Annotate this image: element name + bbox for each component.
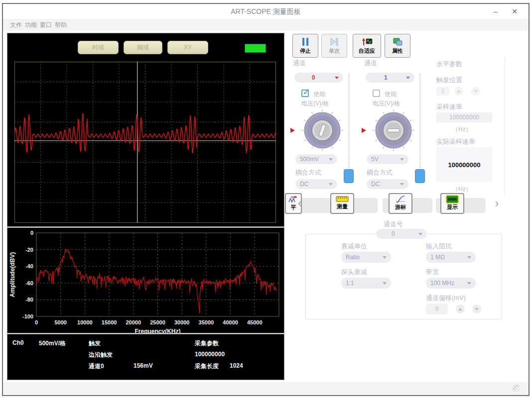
stop-label: 停止 — [300, 47, 311, 55]
menu-function[interactable]: 功能 — [25, 21, 37, 29]
impedance-select[interactable]: 1 MΩ — [426, 252, 476, 263]
channel0-knob-pointer-icon — [290, 128, 295, 133]
tab-measure-label: 测量 — [337, 203, 348, 210]
properties-button[interactable]: 属性 — [385, 34, 410, 58]
channel1-select[interactable]: 1 — [366, 73, 414, 83]
tab-cursor[interactable]: 游标 — [389, 193, 412, 214]
svg-text:Frequency(KHz): Frequency(KHz) — [134, 328, 180, 333]
actual-rate-value: 100000000 — [436, 147, 492, 182]
trigger-position-label: 触发位置 — [436, 76, 462, 85]
channel-no-label: 通道号 — [384, 220, 403, 229]
impedance-value: 1 MΩ — [430, 254, 467, 261]
trigger-position-input[interactable]: 1 — [436, 87, 449, 96]
resize-grip-icon[interactable] — [513, 385, 520, 392]
svg-text:0: 0 — [35, 319, 38, 325]
pause-icon — [300, 37, 311, 47]
close-button[interactable]: ✕ — [508, 6, 521, 17]
channel0-range-select[interactable]: 500mV — [295, 154, 337, 164]
tab-measure[interactable]: 测量 — [330, 193, 354, 214]
channel1-vdiv-label: 电压(V)/格 — [373, 100, 400, 108]
menu-window[interactable]: 窗口 — [40, 21, 52, 29]
channel0-coupling-value: DC — [300, 181, 329, 188]
bandwidth-select[interactable]: 100 MHz — [426, 278, 476, 289]
channel-offset-down-button[interactable] — [472, 304, 481, 313]
arrow-up-icon — [457, 90, 461, 93]
svg-text:40000: 40000 — [223, 319, 238, 325]
channel0-vdiv-knob[interactable] — [300, 108, 344, 152]
atten-unit-value: Ratio — [346, 254, 383, 261]
channel0-select[interactable]: 0 — [294, 73, 343, 83]
chevron-down-icon — [467, 256, 471, 259]
window-status-strip — [3, 382, 529, 395]
channel0-offset-slider[interactable] — [344, 169, 354, 183]
status-trigger-source: 通道0 — [89, 362, 104, 371]
channel1-enable-checkbox[interactable] — [373, 90, 380, 97]
channel0-vdiv-label: 电压(V)/格 — [301, 100, 329, 108]
tab-display[interactable]: 显示 — [440, 193, 464, 214]
mode-button-xy[interactable]: XY — [167, 41, 208, 54]
channel0-offset-slider-track — [348, 74, 350, 170]
sample-rate-input[interactable]: 100000000 — [436, 112, 492, 122]
minimize-button[interactable]: – — [489, 6, 502, 17]
properties-icon — [392, 37, 403, 47]
status-readout-panel: Ch0 500mV/格 触发 边沿触发 通道0 156mV 采集参数 10000… — [7, 334, 284, 380]
channel-no-value: 0 — [381, 230, 418, 237]
svg-text:-100: -100 — [22, 313, 33, 319]
single-label: 单次 — [329, 47, 340, 55]
chevron-down-icon — [335, 77, 339, 79]
mode-button-time-domain[interactable]: 时域 — [78, 41, 119, 54]
tabs-scroll-right-icon[interactable]: › — [495, 199, 499, 208]
status-channel: Ch0 — [12, 339, 24, 346]
channel-offset-input[interactable]: 0 — [426, 303, 448, 314]
channel-no-select[interactable]: 0 — [376, 229, 427, 239]
waveform-chart — [14, 62, 276, 223]
channel0-range-value: 500mV — [300, 156, 329, 163]
trigger-position-down-button[interactable] — [471, 87, 480, 96]
channel1-range-select[interactable]: 5V — [367, 154, 408, 164]
svg-text:15000: 15000 — [102, 319, 117, 325]
probe-atten-select[interactable]: 1:1 — [341, 278, 391, 289]
tabs-scroll-left-icon[interactable]: ‹ — [298, 199, 301, 208]
tab-cursor-label: 游标 — [395, 203, 406, 211]
svg-text:35000: 35000 — [199, 319, 214, 325]
chevron-down-icon — [400, 158, 404, 161]
run-indicator — [245, 44, 266, 53]
auto-adapt-button[interactable]: 自适应 — [353, 34, 381, 58]
channel1-offset-slider-track — [419, 74, 421, 170]
channel0-card: 0 使能 电压(V)/格 500mV — [290, 66, 354, 193]
channel0-enable-checkbox[interactable] — [301, 90, 309, 97]
menu-bar: 文件 功能 窗口 帮助 — [3, 19, 529, 31]
trigger-position-up-button[interactable] — [454, 87, 463, 96]
channel1-vdiv-knob[interactable] — [372, 108, 415, 152]
probe-atten-label: 探头衰减 — [341, 268, 367, 277]
channel0-coupling-label: 耦合方式 — [295, 168, 321, 177]
channel1-coupling-select[interactable]: DC — [367, 179, 408, 189]
stop-button[interactable]: 停止 — [292, 34, 318, 58]
svg-text:Amplitude(dBV): Amplitude(dBV) — [9, 252, 16, 298]
bandwidth-value: 100 MHz — [430, 280, 467, 287]
channel-offset-up-button[interactable] — [456, 304, 465, 313]
channel1-offset-slider[interactable] — [415, 169, 425, 183]
sample-rate-unit: （Hz） — [452, 125, 472, 134]
single-button[interactable]: 单次 — [321, 34, 347, 58]
step-icon — [329, 37, 340, 47]
spectrum-panel: 0500010000150002000025000300003500040000… — [7, 227, 284, 333]
s-curve-icon — [395, 195, 406, 203]
arrow-down-icon — [474, 90, 478, 93]
menu-help[interactable]: 帮助 — [55, 21, 67, 29]
chevron-down-icon — [400, 183, 404, 186]
tab-display-label: 显示 — [447, 203, 458, 211]
channel1-coupling-label: 耦合方式 — [367, 168, 393, 177]
auto-adapt-label: 自适应 — [359, 47, 375, 55]
properties-label: 属性 — [392, 47, 403, 55]
status-trigger-type: 边沿触发 — [89, 351, 113, 359]
svg-text:25000: 25000 — [150, 319, 165, 325]
chevron-down-icon — [329, 183, 333, 186]
atten-unit-select[interactable]: Ratio — [341, 252, 391, 263]
channel1-card: 1 使能 电压(V)/格 5V — [362, 66, 425, 193]
status-acq-title: 采集参数 — [195, 339, 219, 348]
channel0-coupling-select[interactable]: DC — [295, 179, 337, 189]
menu-file[interactable]: 文件 — [10, 21, 22, 29]
mode-button-freq-domain[interactable]: 频域 — [124, 41, 162, 54]
channel0-enable-label: 使能 — [313, 90, 325, 99]
